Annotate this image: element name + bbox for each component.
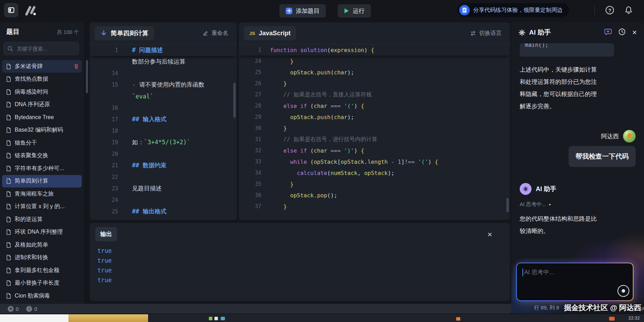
- warnings-badge[interactable]: ! 0: [24, 306, 39, 312]
- switch-language-button[interactable]: 切换语言: [468, 29, 504, 37]
- md-line[interactable]: 21## 数据约束: [90, 160, 237, 171]
- sidebar-problem-item[interactable]: 链表聚集交换: [2, 149, 82, 162]
- code-sticky-line[interactable]: 1 function solution(expression) {: [239, 44, 510, 56]
- md-line[interactable]: 数部分参与后续运算: [90, 56, 237, 67]
- token: [270, 58, 290, 65]
- ai-header-actions: ✕: [604, 28, 637, 37]
- document-icon: [6, 204, 11, 210]
- line-content: // 如果是左括号，直接入运算符栈: [270, 91, 372, 98]
- sidebar-problem-item[interactable]: 及格如此简单: [2, 239, 82, 251]
- token: );: [347, 114, 354, 120]
- error-count: 0: [16, 306, 19, 312]
- md-line[interactable]: 18: [90, 125, 237, 137]
- sidebar-problem-item[interactable]: 环状 DNA 序列整理: [2, 226, 82, 239]
- output-content: truetruetruetrue: [97, 247, 112, 286]
- run-button[interactable]: 运行: [338, 4, 371, 17]
- sidebar-problem-item[interactable]: 字符串有多少种可...: [2, 162, 82, 175]
- token: // 如果是左括号，直接入运算符栈: [284, 91, 372, 98]
- code-line[interactable]: 30 }: [239, 123, 510, 134]
- code-line[interactable]: 29 opStack.push(char);: [239, 111, 510, 123]
- token: ')': [344, 147, 354, 154]
- history-button[interactable]: [618, 28, 626, 37]
- search-input[interactable]: [16, 45, 73, 52]
- sidebar-problem-item[interactable]: 查找热点数据: [2, 73, 82, 86]
- language-tab[interactable]: JS JavaScript: [244, 26, 296, 40]
- sidebar-scrollbar-thumb[interactable]: [86, 60, 88, 93]
- code-line[interactable]: 32 else if (char === ')') {: [239, 145, 510, 156]
- sidebar-problem-item[interactable]: 简单四则计算: [2, 175, 82, 188]
- ai-close-button[interactable]: ✕: [632, 29, 637, 36]
- ai-input[interactable]: AI 思考中...: [517, 263, 633, 300]
- sidebar-problem-item[interactable]: Cion 勒索病毒: [2, 290, 82, 302]
- line-content: - 请不要使用内置的库函数: [132, 81, 204, 89]
- sidebar-problem-item[interactable]: 多米诺骨牌: [2, 60, 82, 73]
- notifications-button[interactable]: [622, 5, 635, 16]
- errors-badge[interactable]: ✕ 0: [6, 306, 21, 312]
- problem-title: 链表聚集交换: [15, 152, 48, 159]
- token: pop: [317, 192, 327, 199]
- token: [270, 192, 290, 199]
- output-line: true: [97, 247, 112, 257]
- sidebar-problem-item[interactable]: 和的逆运算: [2, 213, 82, 226]
- help-button[interactable]: ?: [606, 6, 614, 14]
- code-line[interactable]: 25 opStack.push(char);: [239, 67, 510, 78]
- md-line[interactable]: 17## 输入格式: [90, 114, 237, 125]
- code-editor[interactable]: 1 function solution(expression) { 24 }25…: [239, 44, 510, 212]
- line-content: ## 输入格式: [132, 115, 167, 123]
- sidebar-problem-item[interactable]: 计算位置 x 到 y 的...: [2, 200, 82, 213]
- bottom-info-row: 行 89, 列 8 掘金技术社区 @ 阿达西: [534, 302, 641, 313]
- md-line[interactable]: 16: [90, 102, 237, 114]
- code-line[interactable]: 33 while (opStack[opStack.length - 1]!==…: [239, 156, 510, 167]
- add-problem-button[interactable]: 添加题目: [279, 4, 326, 17]
- md-line[interactable]: 15- 请不要使用内置的库函数: [90, 79, 237, 90]
- md-line[interactable]: 19如：`3+4*5/(3+2)`: [90, 137, 237, 148]
- md-sticky-line[interactable]: 1 # 问题描述: [90, 44, 237, 56]
- code-line[interactable]: 35 }: [239, 178, 510, 190]
- token: # 问题描述: [132, 46, 163, 53]
- sidebar-toggle-button[interactable]: [4, 3, 18, 17]
- promo-banner[interactable]: 分享代码练习体验，领限量定制周边: [458, 3, 569, 17]
- rename-button[interactable]: 重命名: [200, 29, 230, 37]
- md-line[interactable]: `eval`: [90, 90, 237, 102]
- md-line[interactable]: 14: [90, 67, 237, 79]
- code-line[interactable]: 26 }: [239, 78, 510, 89]
- md-line[interactable]: 24: [90, 194, 237, 206]
- code-line[interactable]: 24 }: [239, 56, 510, 67]
- chat-plus-icon: [604, 28, 612, 36]
- sidebar-problem-item[interactable]: Base32 编码和解码: [2, 124, 82, 137]
- problem-title: Base32 编码和解码: [15, 126, 63, 134]
- line-content: function solution(expression) {: [270, 47, 374, 53]
- sidebar-problem-item[interactable]: 拿到最多红包金额: [2, 264, 82, 277]
- sidebar-problem-item[interactable]: 病毒感染时间: [2, 86, 82, 98]
- code-line[interactable]: 37 }: [239, 201, 510, 212]
- sidebar-problem-item[interactable]: 青海湖租车之旅: [2, 188, 82, 200]
- trash-icon[interactable]: [74, 64, 79, 69]
- md-line[interactable]: 22: [90, 171, 237, 183]
- sidebar-problem-item[interactable]: DNA 序列还原: [2, 98, 82, 111]
- sidebar-problem-item[interactable]: 猫鱼分干: [2, 137, 82, 149]
- document-icon: [6, 268, 11, 273]
- ai-input-placeholder: AI 思考中...: [524, 269, 554, 276]
- code-line[interactable]: 36 opStack.pop();: [239, 190, 510, 201]
- md-line[interactable]: 23见题目描述: [90, 183, 237, 194]
- new-chat-button[interactable]: [604, 28, 612, 37]
- sidebar-problem-item[interactable]: Bytedance Tree: [2, 111, 82, 124]
- code-scrollbar-thumb[interactable]: [506, 198, 509, 212]
- bell-icon: [624, 6, 633, 15]
- problem-tab[interactable]: 简单四则计算: [95, 26, 154, 40]
- md-line[interactable]: 20: [90, 148, 237, 160]
- sidebar-problem-item[interactable]: 最小替换子串长度: [2, 277, 82, 290]
- markdown-editor[interactable]: 1 # 问题描述 数部分参与后续运算1415- 请不要使用内置的库函数`eval…: [90, 44, 237, 217]
- stop-generating-button[interactable]: [617, 285, 629, 297]
- sidebar-problem-item[interactable]: 进制求和转换: [2, 251, 82, 264]
- code-line[interactable]: 34 calculate(numStack, opStack);: [239, 167, 510, 178]
- md-line[interactable]: 25## 输出格式: [90, 206, 237, 217]
- code-line[interactable]: 31 // 如果是右括号，进行括号内的计算: [239, 134, 510, 145]
- search-box[interactable]: [3, 42, 79, 55]
- code-line[interactable]: 27 // 如果是左括号，直接入运算符栈: [239, 89, 510, 100]
- sidebar-title: 题目: [6, 27, 20, 36]
- output-tab[interactable]: 输出: [95, 227, 117, 241]
- md-scrollbar-thumb[interactable]: [233, 83, 236, 118]
- output-close-button[interactable]: ✕: [485, 230, 495, 239]
- code-line[interactable]: 28 else if (char === '(') {: [239, 100, 510, 111]
